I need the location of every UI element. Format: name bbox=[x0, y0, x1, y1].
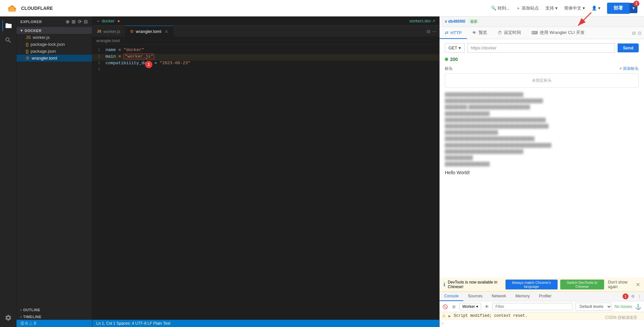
code-line-3: 3 compatibility_date = "2023-08-23" bbox=[92, 61, 439, 67]
tab-schedule[interactable]: ⏱ 设定时间 bbox=[492, 27, 526, 39]
file-package-json[interactable]: {} package.json bbox=[16, 48, 92, 55]
annotation-circle-1: 1 bbox=[145, 61, 152, 68]
file-explorer: EXPLORER ⊕ ⊞ ⟳ ⊟ ▾ DOCKER JS worker.js {… bbox=[16, 16, 92, 327]
anker-icon: ⚓ bbox=[635, 304, 641, 310]
editor-bottom-bar: Ln 1, Col 1 Spaces: 4 UTF-8 LF Plain Tex… bbox=[92, 320, 439, 327]
devtools-tab-memory[interactable]: Memory bbox=[511, 292, 534, 301]
support-btn[interactable]: 支持 ▾ bbox=[545, 5, 558, 11]
outline-section[interactable]: › OUTLINE bbox=[16, 306, 92, 313]
new-folder-icon[interactable]: ⊞ bbox=[72, 19, 76, 24]
overflow-icon[interactable]: ⋯ bbox=[432, 29, 437, 34]
response-blurred: ████████████████████████████ ███████████… bbox=[445, 92, 639, 167]
add-site-btn[interactable]: ＋ 添加站点 bbox=[516, 5, 539, 11]
collapse-icon[interactable]: ⊟ bbox=[84, 19, 88, 24]
folder-label: DOCKER bbox=[25, 29, 42, 33]
refresh-icon[interactable]: ⟳ bbox=[78, 19, 82, 24]
tab-wrangler-toml[interactable]: ⚙ wrangler.toml ✕ bbox=[125, 26, 173, 37]
dont-show-link[interactable]: Don't show again bbox=[608, 280, 633, 289]
worker-filter-select[interactable]: Worker ▾ bbox=[459, 303, 481, 310]
tab-http[interactable]: ⇄ HTTP bbox=[440, 27, 467, 39]
sidebar-settings-icon[interactable] bbox=[2, 312, 14, 324]
devtools-tabs: Console Sources Network Memory Profiler … bbox=[440, 292, 644, 301]
status-200: 200 bbox=[445, 57, 639, 62]
sidebar-search-icon[interactable] bbox=[2, 34, 14, 46]
toml-tab-icon: ⚙ bbox=[130, 29, 134, 34]
tab-worker-js[interactable]: JS worker.js bbox=[92, 26, 125, 37]
editor-area: ← docker ● workers.dev ↗ JS worker.js ⚙ … bbox=[92, 16, 440, 327]
method-select[interactable]: GET ▾ bbox=[445, 43, 465, 53]
devtools-toolbar: 🚫 ⊘ Worker ▾ 👁 Default levels No Issues … bbox=[440, 301, 644, 312]
split-icon[interactable]: ⊟ bbox=[427, 29, 430, 34]
http-row: GET ▾ Send bbox=[445, 43, 639, 53]
devtools-tab-console[interactable]: Console bbox=[440, 292, 463, 301]
response-area: ████████████████████████████ ███████████… bbox=[440, 88, 644, 278]
file-wrangler-toml[interactable]: ⚙ wrangler.toml bbox=[16, 55, 92, 62]
cloudflare-logo: CLOUDFLARE bbox=[7, 4, 53, 12]
clear-console-icon[interactable]: 🚫 bbox=[442, 304, 448, 310]
http-icon: ⇄ bbox=[445, 30, 448, 35]
js-file-icon: JS bbox=[26, 35, 31, 40]
explorer-title: EXPLORER bbox=[20, 20, 42, 24]
tab-preview[interactable]: 👁 预览 bbox=[467, 27, 492, 39]
preview-icon: 👁 bbox=[472, 30, 476, 35]
devtools-tab-profiler[interactable]: Profiler bbox=[534, 292, 556, 301]
explorer-status-bar: ⓪ 0 △ 0 bbox=[16, 320, 92, 327]
schedule-icon: ⏱ bbox=[498, 30, 502, 35]
explorer-header: EXPLORER ⊕ ⊞ ⟳ ⊟ bbox=[16, 16, 92, 27]
cloudflare-icon bbox=[7, 4, 18, 12]
devtools-tab-network[interactable]: Network bbox=[487, 292, 511, 301]
no-issues-label: No Issues bbox=[615, 304, 632, 309]
js-tab-icon: JS bbox=[97, 29, 101, 33]
headers-section: 标头 + 添加标头 未指定标头 bbox=[445, 66, 639, 88]
tab-wrangler[interactable]: ⌨ 使用 Wrangler CLI 开发 bbox=[526, 27, 590, 39]
panel-expand-icon[interactable]: ⊡ bbox=[638, 31, 641, 36]
topbar-right: 🔍 转到... ＋ 添加站点 支持 ▾ 简体中文 ▾ 👤 ▾ 2 部署 ▾ bbox=[491, 3, 637, 14]
notification-close-icon[interactable]: ✕ bbox=[636, 282, 640, 288]
deploy-wrapper: 2 部署 ▾ bbox=[607, 3, 637, 14]
warn-icon: ⚠ bbox=[442, 313, 446, 318]
code-line-2: 2 main = "worker.js" bbox=[92, 54, 439, 61]
filter-icon[interactable]: ⊘ bbox=[451, 304, 457, 310]
user-btn[interactable]: 👤 ▾ bbox=[592, 6, 600, 11]
file-package-lock[interactable]: {} package-lock.json bbox=[16, 41, 92, 48]
new-file-icon[interactable]: ⊕ bbox=[66, 19, 70, 24]
panel-header: v db495f00 最新 bbox=[440, 16, 644, 27]
editor-breadcrumb: wrangler.toml bbox=[92, 37, 439, 45]
code-area[interactable]: 1 name = "docker" 2 main = "worker.js" 3 bbox=[92, 45, 439, 320]
icon-sidebar bbox=[0, 16, 16, 327]
eye-icon[interactable]: 👁 bbox=[484, 304, 490, 310]
docker-folder[interactable]: ▾ DOCKER bbox=[16, 27, 92, 34]
devtools-tab-sources[interactable]: Sources bbox=[463, 292, 487, 301]
devtools-settings-icon[interactable]: ⚙ bbox=[631, 294, 635, 299]
timeline-section[interactable]: › TIMELINE bbox=[16, 313, 92, 320]
back-nav: ← docker ● workers.dev ↗ bbox=[92, 16, 439, 26]
code-line-4: 4 bbox=[92, 67, 439, 74]
log-levels-select[interactable]: Default levels bbox=[575, 303, 612, 311]
search-btn[interactable]: 🔍 转到... bbox=[491, 5, 510, 11]
language-btn[interactable]: 简体中文 ▾ bbox=[564, 5, 585, 11]
console-expand-row[interactable]: › bbox=[440, 320, 644, 327]
panel-split-icon[interactable]: ⊟ bbox=[632, 31, 636, 36]
match-language-button[interactable]: Always match Chrome's language bbox=[506, 280, 558, 289]
right-panel: v db495f00 最新 ⇄ HTTP 👁 预览 ⏱ 设定时间 ⌨ bbox=[440, 16, 644, 327]
url-input[interactable] bbox=[467, 43, 615, 53]
dot-indicator: ● bbox=[117, 18, 120, 23]
code-line-1: 1 name = "docker" bbox=[92, 47, 439, 54]
devtools-more-icon[interactable]: ⋮ bbox=[637, 294, 641, 299]
switch-devtools-button[interactable]: Switch DevTools to Chinese bbox=[560, 280, 604, 289]
icon-sidebar-bottom bbox=[2, 312, 14, 327]
add-header-link[interactable]: + 添加标头 bbox=[620, 66, 639, 71]
file-worker-js[interactable]: JS worker.js bbox=[16, 34, 92, 41]
deploy-button[interactable]: 部署 bbox=[607, 3, 629, 14]
expand-icon[interactable]: ▶ bbox=[448, 314, 451, 318]
devtools-tab-right: 1 ⚙ ⋮ bbox=[623, 293, 644, 299]
send-button[interactable]: Send bbox=[618, 43, 639, 52]
editor-tabs: JS worker.js ⚙ wrangler.toml ✕ ⊟ ⋯ bbox=[92, 26, 439, 37]
explorer-icons: ⊕ ⊞ ⟳ ⊟ bbox=[66, 19, 88, 24]
headers-empty: 未指定标头 bbox=[445, 73, 639, 88]
back-link[interactable]: ← docker bbox=[96, 18, 115, 23]
sidebar-explorer-icon[interactable] bbox=[2, 20, 14, 32]
workers-dev-link[interactable]: workers.dev ↗ bbox=[410, 18, 435, 23]
console-filter-input[interactable] bbox=[492, 303, 572, 310]
tab-close-icon[interactable]: ✕ bbox=[165, 29, 169, 34]
